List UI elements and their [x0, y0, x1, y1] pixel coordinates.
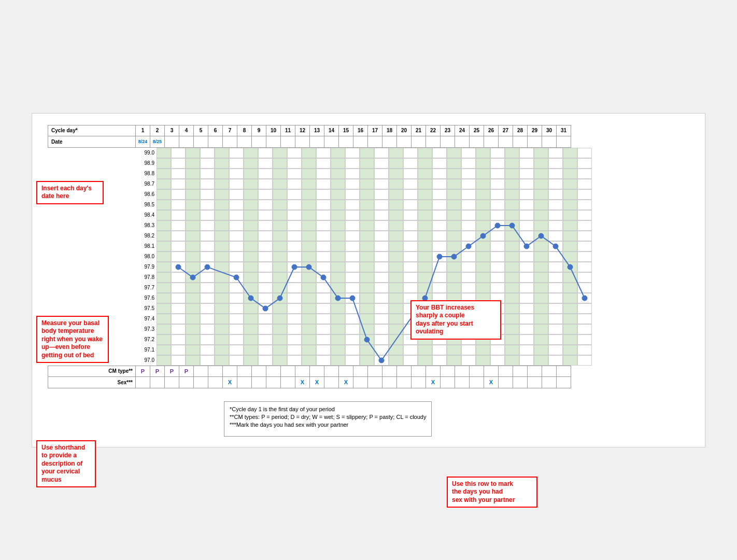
grid-cell — [273, 324, 287, 334]
cm-cell — [441, 366, 455, 377]
grid-cell — [244, 158, 258, 169]
sex-cell: X — [295, 377, 310, 388]
grid-cell — [171, 355, 186, 366]
footnote-1: *Cycle day 1 is the first day of your pe… — [230, 406, 426, 412]
grid-cell — [229, 231, 244, 241]
date-cell — [513, 136, 528, 148]
grid-cell — [447, 262, 461, 272]
grid-cell — [273, 210, 287, 220]
date-cell — [426, 136, 441, 148]
grid-cell — [476, 355, 490, 366]
grid-cell — [418, 262, 432, 272]
grid-row — [157, 231, 592, 241]
annotation-insert-date: Insert each day'sdate here — [36, 181, 104, 204]
grid-cell — [273, 231, 287, 241]
grid-cell — [534, 241, 548, 251]
grid-cell — [389, 334, 403, 345]
date-cell — [237, 136, 252, 148]
grid-cell — [505, 189, 519, 200]
grid-cell — [461, 189, 476, 200]
grid-cell — [302, 200, 316, 210]
grid-cell — [157, 148, 171, 158]
cycle-day-cell: 24 — [455, 125, 470, 136]
grid-cell — [258, 169, 273, 179]
grid-cell — [447, 148, 461, 158]
grid-row — [157, 189, 592, 200]
grid-cell — [345, 324, 360, 334]
cycle-day-cell: 30 — [542, 125, 557, 136]
grid-cell — [157, 355, 171, 366]
grid-cell — [563, 345, 577, 355]
grid-cell — [548, 334, 563, 345]
grid-cell — [302, 241, 316, 251]
grid-cell — [505, 169, 519, 179]
grid-cell — [403, 283, 418, 293]
y-tick: 98.2 — [136, 231, 157, 241]
cm-cell — [281, 366, 295, 377]
grid-cell — [345, 169, 360, 179]
grid-cell — [360, 210, 374, 220]
grid-cell — [577, 158, 592, 169]
grid-cell — [505, 314, 519, 324]
cycle-day-cell: 21 — [412, 125, 426, 136]
grid-cell — [345, 210, 360, 220]
grid-cell — [418, 355, 432, 366]
grid-cell — [157, 158, 171, 169]
grid-cell — [258, 148, 273, 158]
grid-cell — [389, 158, 403, 169]
cm-type-row: CM type** PPPP — [48, 366, 689, 377]
grid-cell — [331, 303, 345, 314]
grid-cell — [548, 148, 563, 158]
grid-cell — [374, 148, 389, 158]
grid-cell — [432, 189, 447, 200]
grid-cell — [519, 231, 534, 241]
grid-cell — [302, 189, 316, 200]
grid-cell — [563, 303, 577, 314]
grid-cell — [476, 220, 490, 231]
date-cell — [499, 136, 513, 148]
grid-cell — [534, 231, 548, 241]
grid-cell — [519, 293, 534, 303]
grid-cell — [229, 272, 244, 283]
grid-cell — [244, 169, 258, 179]
grid-cell — [577, 303, 592, 314]
grid-cell — [157, 241, 171, 251]
date-cell — [223, 136, 237, 148]
cm-cell — [397, 366, 412, 377]
grid-cell — [302, 179, 316, 189]
grid-cell — [476, 345, 490, 355]
grid-cell — [345, 262, 360, 272]
grid-cell — [563, 220, 577, 231]
grid-cell — [534, 200, 548, 210]
grid-cell — [200, 179, 215, 189]
grid-cell — [374, 303, 389, 314]
grid-cell — [186, 179, 200, 189]
grid-cell — [374, 210, 389, 220]
date-cell — [208, 136, 223, 148]
grid-cell — [258, 293, 273, 303]
grid-cell — [534, 158, 548, 169]
grid-cell — [563, 189, 577, 200]
grid-cell — [418, 189, 432, 200]
grid-cell — [519, 189, 534, 200]
y-tick: 98.8 — [136, 169, 157, 179]
cm-cell — [484, 366, 499, 377]
date-cell — [470, 136, 484, 148]
chart-body: 99.098.998.898.798.698.598.498.398.298.1… — [136, 148, 592, 366]
grid-cell — [461, 179, 476, 189]
grid-cell — [389, 283, 403, 293]
y-tick: 98.6 — [136, 189, 157, 200]
grid-cell — [302, 251, 316, 262]
grid-cell — [563, 272, 577, 283]
grid-cell — [229, 241, 244, 251]
date-cell — [295, 136, 310, 148]
grid-cell — [505, 179, 519, 189]
grid-cell — [476, 272, 490, 283]
grid-cell — [548, 220, 563, 231]
grid-cell — [331, 189, 345, 200]
grid-cell — [186, 262, 200, 272]
grid-cell — [345, 345, 360, 355]
annotation-sex-row: Use this row to markthe days you hadsex … — [447, 477, 537, 508]
grid-cell — [563, 324, 577, 334]
grid-cell — [461, 262, 476, 272]
